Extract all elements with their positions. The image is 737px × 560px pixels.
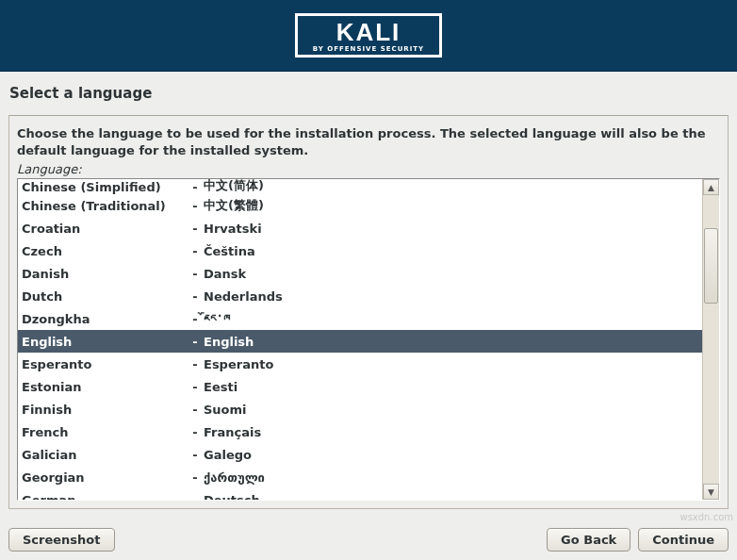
language-name: Estonian bbox=[22, 380, 187, 394]
language-name: Danish bbox=[22, 267, 187, 281]
language-native: Suomi bbox=[204, 403, 702, 417]
dash-separator: - bbox=[187, 199, 204, 213]
language-row[interactable]: Esperanto-Esperanto bbox=[18, 353, 702, 375]
scroll-thumb[interactable] bbox=[704, 228, 718, 304]
dash-separator: - bbox=[187, 289, 204, 304]
language-row[interactable]: Dzongkha-ཇོང་ཁ bbox=[18, 307, 702, 330]
language-native: Čeština bbox=[204, 244, 702, 258]
language-row[interactable]: Georgian-ქართული bbox=[18, 466, 702, 488]
scroll-down-button[interactable]: ▼ bbox=[703, 484, 719, 500]
language-name: Dutch bbox=[22, 289, 187, 304]
dash-separator: - bbox=[187, 380, 204, 394]
language-native: ქართული bbox=[204, 470, 702, 485]
dash-separator: - bbox=[187, 493, 204, 500]
dash-separator: - bbox=[187, 244, 204, 258]
language-list[interactable]: Chinese (Simplified)-中文(简体)Chinese (Trad… bbox=[17, 178, 720, 501]
dash-separator: - bbox=[187, 357, 204, 371]
language-native: Deutsch bbox=[204, 493, 702, 500]
language-name: Esperanto bbox=[22, 357, 187, 371]
language-native: Français bbox=[204, 425, 702, 439]
language-name: English bbox=[22, 335, 187, 349]
language-name: Galician bbox=[22, 448, 187, 462]
dash-separator: - bbox=[187, 267, 204, 281]
language-native: Hrvatski bbox=[204, 222, 702, 236]
screenshot-button[interactable]: Screenshot bbox=[8, 528, 115, 552]
language-row[interactable]: Dutch-Nederlands bbox=[18, 285, 702, 307]
language-row[interactable]: Galician-Galego bbox=[18, 443, 702, 466]
language-name: Croatian bbox=[22, 222, 187, 236]
logo-title: KALI bbox=[313, 20, 424, 44]
language-name: Czech bbox=[22, 244, 187, 258]
language-native: Dansk bbox=[204, 267, 702, 281]
language-row[interactable]: Croatian-Hrvatski bbox=[18, 217, 702, 239]
language-row[interactable]: Estonian-Eesti bbox=[18, 375, 702, 398]
language-native: ཇོང་ཁ bbox=[204, 312, 702, 326]
main-panel: Choose the language to be used for the i… bbox=[8, 115, 729, 509]
language-native: Esperanto bbox=[204, 357, 702, 371]
scrollbar[interactable]: ▲ ▼ bbox=[702, 179, 719, 500]
header-banner: KALI BY OFFENSIVE SECURITY bbox=[0, 0, 737, 72]
language-name: Georgian bbox=[22, 470, 187, 485]
scroll-up-button[interactable]: ▲ bbox=[703, 179, 719, 195]
continue-button[interactable]: Continue bbox=[638, 528, 729, 552]
language-name: Dzongkha bbox=[22, 312, 187, 326]
language-row[interactable]: English-English bbox=[18, 330, 702, 353]
language-list-body: Chinese (Simplified)-中文(简体)Chinese (Trad… bbox=[18, 179, 702, 500]
language-name: Chinese (Simplified) bbox=[22, 180, 187, 194]
language-native: Eesti bbox=[204, 380, 702, 394]
dash-separator: - bbox=[187, 470, 204, 485]
page-title: Select a language bbox=[0, 72, 737, 115]
language-field-label: Language: bbox=[17, 162, 720, 176]
language-native: Nederlands bbox=[204, 289, 702, 304]
logo-subtitle: BY OFFENSIVE SECURITY bbox=[313, 46, 424, 53]
footer-bar: Screenshot Go Back Continue bbox=[8, 528, 729, 552]
language-row[interactable]: German-Deutsch bbox=[18, 488, 702, 500]
dash-separator: - bbox=[187, 425, 204, 439]
language-row[interactable]: Danish-Dansk bbox=[18, 262, 702, 285]
language-native: Galego bbox=[204, 448, 702, 462]
go-back-button[interactable]: Go Back bbox=[547, 528, 631, 552]
language-native: 中文(繁體) bbox=[204, 197, 702, 214]
language-row[interactable]: Czech-Čeština bbox=[18, 239, 702, 262]
language-native: English bbox=[204, 335, 702, 349]
language-row[interactable]: French-Français bbox=[18, 420, 702, 443]
dash-separator: - bbox=[187, 335, 204, 349]
language-name: Chinese (Traditional) bbox=[22, 199, 187, 213]
dash-separator: - bbox=[187, 312, 204, 326]
language-row[interactable]: Chinese (Traditional)-中文(繁體) bbox=[18, 194, 702, 217]
dash-separator: - bbox=[187, 448, 204, 462]
kali-logo: KALI BY OFFENSIVE SECURITY bbox=[295, 13, 442, 58]
dash-separator: - bbox=[187, 180, 204, 194]
language-row[interactable]: Finnish-Suomi bbox=[18, 398, 702, 420]
language-row[interactable]: Chinese (Simplified)-中文(简体) bbox=[18, 179, 702, 194]
language-name: Finnish bbox=[22, 403, 187, 417]
language-native: 中文(简体) bbox=[204, 179, 702, 194]
language-name: French bbox=[22, 425, 187, 439]
dash-separator: - bbox=[187, 222, 204, 236]
dash-separator: - bbox=[187, 403, 204, 417]
language-name: German bbox=[22, 493, 187, 500]
instructions-text: Choose the language to be used for the i… bbox=[17, 125, 720, 158]
watermark-text: wsxdn.com bbox=[680, 512, 733, 522]
